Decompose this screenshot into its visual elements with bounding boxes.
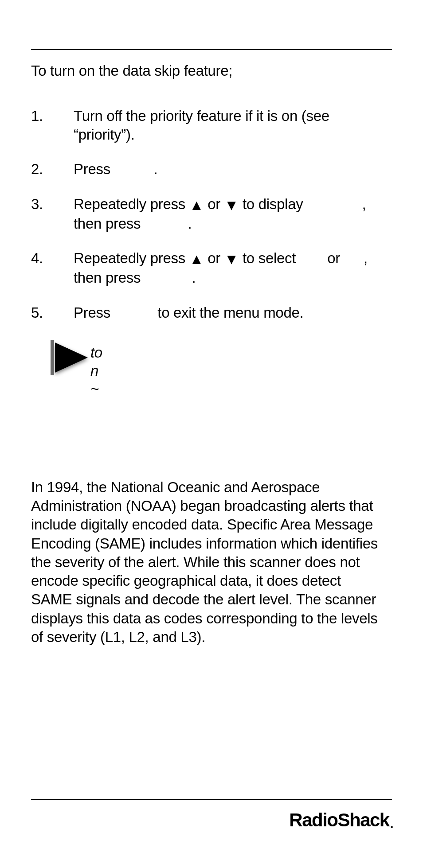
steps-list: Turn off the priority feature if it is o…	[31, 107, 392, 322]
step-4: Repeatedly press ▲ or ▼ to select or , t…	[31, 249, 392, 287]
intro-line: To turn on the data skip feature;	[31, 62, 392, 79]
cropped-note-text: to n ~	[90, 343, 102, 398]
document-page: To turn on the data skip feature; Turn o…	[0, 0, 423, 868]
brand-logo: RadioShack.	[31, 810, 392, 831]
step-1: Turn off the priority feature if it is o…	[31, 107, 392, 144]
cropped-note-block: to n ~	[31, 340, 392, 415]
footer-rule	[31, 799, 392, 800]
page-footer: RadioShack.	[31, 799, 392, 831]
play-icon[interactable]	[51, 340, 92, 377]
step-3: Repeatedly press ▲ or ▼ to display , the…	[31, 195, 392, 233]
same-paragraph: In 1994, the National Oceanic and Aerosp…	[31, 478, 392, 646]
step-2: Press .	[31, 160, 392, 179]
svg-marker-0	[55, 343, 88, 373]
top-rule	[31, 49, 392, 50]
step-5: Press to exit the menu mode.	[31, 304, 392, 322]
svg-marker-1	[51, 340, 54, 375]
